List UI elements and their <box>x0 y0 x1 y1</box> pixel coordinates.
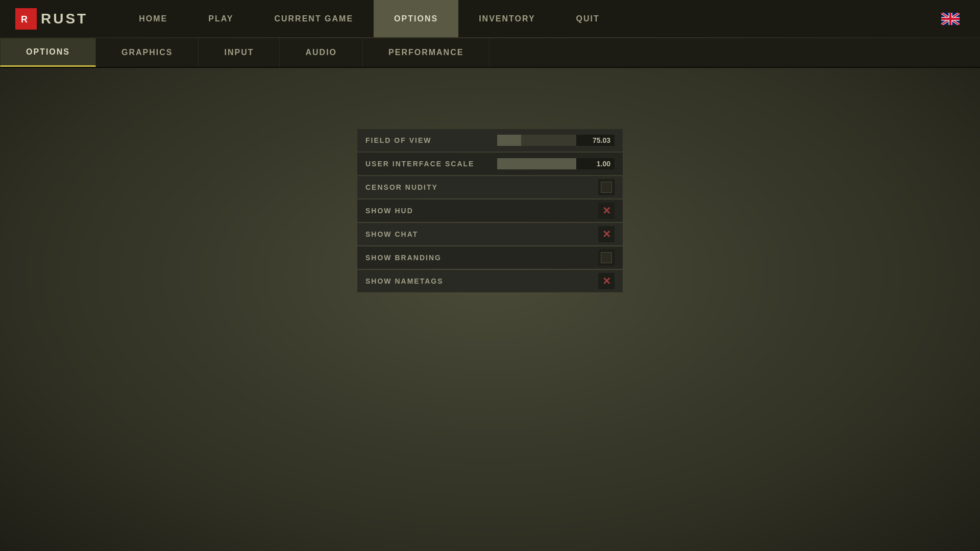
nav-current-game[interactable]: CURRENT GAME <box>254 0 374 37</box>
show-chat-control[interactable]: ✕ <box>598 226 615 242</box>
fov-slider[interactable]: 75.03 <box>497 135 615 146</box>
uk-flag-icon <box>941 13 960 25</box>
show-chat-checkbox[interactable]: ✕ <box>598 226 615 242</box>
nav-play[interactable]: PLAY <box>188 0 254 37</box>
ui-scale-slider-track[interactable] <box>497 158 576 169</box>
show-hud-check-icon: ✕ <box>602 206 611 216</box>
option-row-fov: FIELD OF VIEW 75.03 <box>357 129 623 152</box>
show-branding-checkbox[interactable] <box>598 249 615 266</box>
options-panel: FIELD OF VIEW 75.03 USER INTERFACE SCALE… <box>357 129 623 293</box>
show-nametags-check-icon: ✕ <box>602 276 611 286</box>
censor-nudity-control[interactable] <box>598 179 615 195</box>
censor-nudity-empty <box>601 182 612 193</box>
nav-home[interactable]: HOME <box>118 0 188 37</box>
sub-navigation: OPTIONS GRAPHICS INPUT AUDIO PERFORMANCE <box>0 38 980 68</box>
show-chat-check-icon: ✕ <box>602 229 611 239</box>
main-content: FIELD OF VIEW 75.03 USER INTERFACE SCALE… <box>0 68 980 293</box>
tab-performance[interactable]: PERFORMANCE <box>363 38 489 67</box>
fov-slider-track[interactable] <box>497 135 576 146</box>
option-row-show-branding: SHOW BRANDING <box>357 246 623 269</box>
nav-inventory[interactable]: INVENTORY <box>458 0 555 37</box>
tab-input[interactable]: INPUT <box>199 38 280 67</box>
language-flag[interactable] <box>941 13 980 25</box>
option-row-show-chat: SHOW CHAT ✕ <box>357 223 623 245</box>
show-nametags-label: SHOW NAMETAGS <box>365 277 598 285</box>
nav-links: HOME PLAY CURRENT GAME OPTIONS INVENTORY… <box>118 0 941 37</box>
tab-options[interactable]: OPTIONS <box>0 38 96 67</box>
tab-audio[interactable]: AUDIO <box>280 38 363 67</box>
option-row-censor-nudity: CENSOR NUDITY <box>357 176 623 198</box>
ui-scale-slider[interactable]: 1.00 <box>497 158 615 169</box>
censor-nudity-checkbox[interactable] <box>598 179 615 195</box>
show-branding-label: SHOW BRANDING <box>365 254 598 262</box>
option-row-show-hud: SHOW HUD ✕ <box>357 199 623 222</box>
censor-nudity-label: CENSOR NUDITY <box>365 183 598 191</box>
fov-value: 75.03 <box>576 135 615 146</box>
ui-scale-slider-fill <box>497 158 576 169</box>
logo-area: R RUST <box>0 8 88 30</box>
show-hud-checkbox[interactable]: ✕ <box>598 203 615 219</box>
show-nametags-control[interactable]: ✕ <box>598 273 615 289</box>
nav-options[interactable]: OPTIONS <box>374 0 458 37</box>
show-branding-empty <box>601 252 612 263</box>
rust-logo-icon: R <box>15 8 37 30</box>
svg-text:R: R <box>21 14 28 24</box>
app-title: RUST <box>41 11 88 27</box>
option-row-ui-scale: USER INTERFACE SCALE 1.00 <box>357 153 623 175</box>
show-nametags-checkbox[interactable]: ✕ <box>598 273 615 289</box>
show-hud-control[interactable]: ✕ <box>598 203 615 219</box>
option-row-show-nametags: SHOW NAMETAGS ✕ <box>357 270 623 292</box>
ui-scale-label: USER INTERFACE SCALE <box>365 160 497 168</box>
fov-label: FIELD OF VIEW <box>365 136 497 144</box>
show-chat-label: SHOW CHAT <box>365 230 598 238</box>
tab-graphics[interactable]: GRAPHICS <box>96 38 199 67</box>
show-hud-label: SHOW HUD <box>365 207 598 215</box>
fov-slider-fill <box>497 135 521 146</box>
nav-quit[interactable]: QUIT <box>556 0 620 37</box>
top-navigation: R RUST HOME PLAY CURRENT GAME OPTIONS IN… <box>0 0 980 37</box>
ui-scale-value: 1.00 <box>576 158 615 169</box>
show-branding-control[interactable] <box>598 249 615 266</box>
